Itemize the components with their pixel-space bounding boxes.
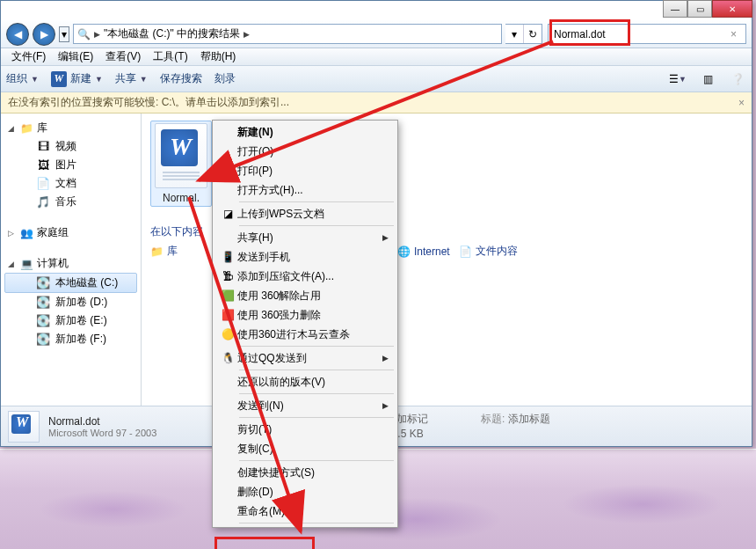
address-box[interactable]: 🔍 ▶ "本地磁盘 (C:)" 中的搜索结果 ▶ (73, 24, 502, 44)
clear-search-icon[interactable]: × (727, 28, 740, 40)
context-menu-separator (239, 417, 394, 418)
nav-libraries[interactable]: ◢📁库 (4, 119, 137, 137)
close-button[interactable]: ✕ (712, 0, 752, 18)
info-bar[interactable]: 在没有索引的位置搜索可能较慢: C:\。请单击以添加到索引... × (1, 92, 752, 113)
menu-help[interactable]: 帮助(H) (195, 48, 242, 66)
organize-button[interactable]: 组织▼ (6, 71, 39, 86)
context-menu-label: 还原以前的版本(V) (237, 375, 389, 390)
context-menu-item[interactable]: 🟩使用 360解除占用 (214, 286, 396, 305)
context-menu-item[interactable]: 重命名(M) (214, 501, 396, 521)
context-menu-item[interactable]: 🟥使用 360强力删除 (214, 305, 396, 325)
context-menu-item[interactable]: 删除(D) (214, 482, 396, 501)
info-bar-close-icon[interactable]: × (738, 97, 745, 109)
search-box[interactable]: × (548, 24, 746, 44)
context-menu-label: 使用 360解除占用 (237, 289, 389, 304)
address-bar: ◀ ▶ ▾ 🔍 ▶ "本地磁盘 (C:)" 中的搜索结果 ▶ ▾ ↻ × (1, 20, 752, 48)
info-bar-text: 在没有索引的位置搜索可能较慢: C:\。请单击以添加到索引... (8, 95, 289, 110)
nav-computer[interactable]: ◢💻计算机 (4, 254, 137, 273)
search-again-libraries[interactable]: 📁库 (150, 244, 178, 259)
context-menu-separator (239, 201, 394, 202)
blank-icon (218, 398, 237, 414)
nav-drive-d[interactable]: 💽新加卷 (D:) (4, 293, 137, 311)
context-menu-label: 添加到压缩文件(A)... (237, 269, 389, 284)
share-button[interactable]: 共享▼ (115, 71, 148, 86)
context-menu-item[interactable]: 🗜添加到压缩文件(A)... (214, 267, 396, 286)
chevron-right-icon: ▶ (244, 30, 250, 39)
context-menu-item[interactable]: 发送到(N)▶ (214, 396, 396, 415)
context-menu-item[interactable]: 新建(N) (214, 122, 396, 142)
view-options-icon[interactable]: ☰▼ (669, 70, 687, 88)
context-menu-item[interactable]: 创建快捷方式(S) (214, 463, 396, 482)
drive-icon: 💽 (36, 314, 50, 328)
submenu-arrow-icon: ▶ (382, 401, 389, 410)
blank-icon (218, 465, 237, 480)
360y-icon: 🟡 (218, 326, 237, 342)
context-menu-item[interactable]: 打印(P) (214, 161, 396, 180)
nav-pictures[interactable]: 🖼图片 (4, 156, 137, 174)
save-search-button[interactable]: 保存搜索 (160, 71, 202, 86)
details-title[interactable]: 添加标题 (508, 413, 550, 425)
context-menu-item[interactable]: ◪上传到WPS云文档 (214, 204, 396, 223)
file-item-normal-dot[interactable]: Normal. (150, 121, 212, 207)
360r-icon: 🟥 (218, 307, 237, 323)
maximize-button[interactable]: ▭ (687, 0, 712, 18)
blank-icon (218, 421, 237, 437)
blank-icon (218, 484, 237, 500)
menu-tools[interactable]: 工具(T) (148, 48, 193, 66)
word-icon: W (51, 71, 67, 87)
context-menu-item[interactable]: 还原以前的版本(V) (214, 372, 396, 392)
context-menu-item[interactable]: 打开(O) (214, 142, 396, 161)
360g-icon: 🟩 (218, 288, 237, 304)
window-controls: — ▭ ✕ (663, 0, 752, 19)
context-menu-item[interactable]: 复制(C) (214, 439, 396, 458)
help-icon[interactable]: ❔ (729, 70, 746, 88)
address-actions: ▾ ↻ (505, 24, 542, 44)
forward-button[interactable]: ▶ (33, 23, 55, 46)
nav-videos[interactable]: 🎞视频 (4, 137, 137, 156)
drive-icon: 💽 (36, 276, 50, 290)
video-icon: 🎞 (36, 140, 50, 154)
nav-drive-f[interactable]: 💽新加卷 (F:) (4, 330, 137, 348)
context-menu-separator (239, 225, 394, 226)
nav-drive-e[interactable]: 💽新加卷 (E:) (4, 311, 137, 330)
menu-view[interactable]: 查看(V) (100, 48, 146, 66)
zip-icon: 🗜 (218, 268, 237, 284)
context-menu-item[interactable]: 打开方式(H)... (214, 180, 396, 200)
context-menu-item[interactable]: 剪切(T) (214, 420, 396, 439)
preview-pane-icon[interactable]: ▥ (699, 70, 716, 88)
context-menu-label: 通过QQ发送到 (237, 351, 382, 366)
chevron-right-icon: ▶ (94, 30, 100, 39)
nav-drive-c[interactable]: 💽本地磁盘 (C:) (4, 273, 137, 293)
nav-documents[interactable]: 📄文档 (4, 174, 137, 193)
context-menu-item[interactable]: 🐧通过QQ发送到▶ (214, 348, 396, 368)
context-menu-label: 使用360进行木马云查杀 (237, 327, 389, 342)
menu-edit[interactable]: 编辑(E) (53, 48, 98, 66)
context-menu-item[interactable]: 📱发送到手机 (214, 247, 396, 267)
context-menu-label: 共享(H) (237, 231, 382, 245)
address-dropdown[interactable]: ▾ (505, 25, 523, 43)
details-filename: Normal.dot (48, 415, 156, 428)
context-menu-item[interactable]: 🟡使用360进行木马云查杀 (214, 325, 396, 344)
blank-icon (218, 124, 237, 140)
menu-file[interactable]: 文件(F) (6, 48, 51, 66)
minimize-button[interactable]: — (663, 0, 687, 18)
blank-icon (218, 441, 237, 457)
search-again-header: 在以下内容 (150, 224, 203, 239)
context-menu-separator (239, 346, 394, 347)
burn-button[interactable]: 刻录 (214, 71, 236, 86)
back-button[interactable]: ◀ (6, 23, 29, 46)
search-again-filecontent[interactable]: 📄文件内容 (459, 244, 518, 259)
refresh-button[interactable]: ↻ (523, 25, 542, 43)
nav-homegroup[interactable]: ▷👥家庭组 (4, 223, 137, 242)
nav-history-dropdown[interactable]: ▾ (59, 26, 69, 42)
context-menu-separator (239, 370, 394, 370)
new-button[interactable]: W新建▼ (51, 71, 103, 87)
internet-icon: 🌐 (397, 245, 411, 258)
context-menu-label: 上传到WPS云文档 (237, 207, 389, 222)
nav-music[interactable]: 🎵音乐 (4, 193, 137, 211)
blank-icon (218, 143, 237, 159)
search-again-internet[interactable]: 🌐Internet (397, 245, 450, 258)
drive-icon: 💽 (36, 296, 50, 310)
context-menu-item[interactable]: 共享(H)▶ (214, 228, 396, 247)
search-input[interactable] (554, 28, 727, 40)
